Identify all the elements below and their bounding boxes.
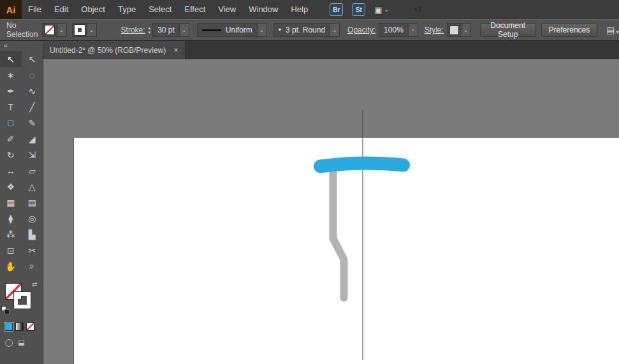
opacity-label[interactable]: Opacity: (347, 25, 375, 34)
chevron-down-icon[interactable]: ⌄ (179, 24, 189, 36)
column-graph-tool[interactable]: ▙ (22, 226, 43, 242)
hand-tool[interactable]: ✋ (0, 258, 22, 274)
canvas[interactable] (43, 59, 619, 364)
workspace-icon: ▣ (374, 5, 382, 15)
menu-help[interactable]: Help (284, 0, 314, 19)
chevron-right-icon[interactable]: › (408, 24, 418, 36)
menubar: Ai File Edit Object Type Select Effect V… (0, 0, 619, 19)
free-transform-tool[interactable]: ▱ (22, 163, 43, 178)
toolbar-tools: ↖ ↖ ∗ ◌ ✒ ∿ T ╱ □ ✎ ✐ ◢ ↻ ⇲ ↔ ▱ ❖ △ ▦ ▤ … (0, 51, 43, 274)
scale-tool[interactable]: ⇲ (22, 147, 43, 163)
menu-object[interactable]: Object (75, 0, 112, 19)
menu-file[interactable]: File (22, 0, 48, 19)
stroke-color-swatch[interactable] (75, 25, 85, 35)
document-tab[interactable]: Untitled-2* @ 50% (RGB/Preview) × (43, 41, 186, 59)
blend-tool[interactable]: ◎ (22, 210, 43, 226)
chevron-down-icon: ⌄ (384, 6, 390, 13)
flyout-icon: ▾ (616, 29, 619, 35)
workspace-switcher[interactable]: ▣ ⌄ (374, 5, 389, 15)
color-mode-buttons (0, 323, 43, 331)
style-combo[interactable]: ⌄ (447, 23, 471, 37)
menu-effect[interactable]: Effect (178, 0, 212, 19)
bridge-icon[interactable]: Br (330, 3, 343, 16)
rotate-tool[interactable]: ↻ (0, 147, 22, 163)
default-fill-stroke-icon[interactable] (1, 306, 10, 315)
width-tool[interactable]: ↔ (0, 163, 22, 178)
draw-modes-icon[interactable]: ◯ (5, 339, 13, 347)
chevron-down-icon[interactable]: ⌄ (87, 24, 96, 36)
zoom-tool[interactable]: ⌕ (22, 258, 43, 274)
color-button[interactable] (4, 323, 13, 331)
arrange-documents-control[interactable]: ▤ ▾ (606, 25, 619, 35)
artboard[interactable] (73, 137, 619, 364)
menu-edit[interactable]: Edit (48, 0, 75, 19)
menu-window[interactable]: Window (242, 0, 284, 19)
stroke-weight-stepper[interactable]: ▴ ▾ (149, 25, 151, 34)
chevron-down-icon[interactable]: ⌄ (257, 24, 266, 36)
selection-tool[interactable]: ↖ (0, 51, 22, 67)
stroke-profile-preview (202, 29, 221, 31)
stroke-weight-combo[interactable]: 30 pt ⌄ (152, 23, 189, 37)
swap-fill-stroke-icon[interactable]: ⇄ (32, 280, 37, 288)
bottom-mode-buttons: ◯ ⬓ (0, 339, 43, 347)
preferences-button[interactable]: Preferences (541, 23, 598, 37)
style-swatch[interactable] (449, 25, 459, 35)
mesh-tool[interactable]: ▦ (0, 194, 22, 210)
style-label[interactable]: Style: (425, 25, 444, 34)
stroke-weight-value[interactable]: 30 pt (153, 25, 179, 34)
chevron-down-icon[interactable]: ⌄ (57, 24, 66, 36)
control-bar: No Selection ⌄ ⌄ Stroke: ▴ ▾ 30 pt ⌄ Uni… (0, 19, 619, 41)
magic-wand-tool[interactable]: ∗ (0, 67, 22, 83)
shaper-tool[interactable]: ✐ (0, 131, 22, 147)
stock-icon[interactable]: St (352, 3, 365, 16)
eyedropper-tool[interactable]: ⧫ (0, 210, 22, 226)
stepper-up-icon[interactable]: ▴ (149, 25, 151, 30)
collapse-panel-icon[interactable]: « (0, 41, 43, 51)
screen-mode-icon[interactable]: ⬓ (18, 339, 24, 347)
curvature-tool[interactable]: ∿ (22, 83, 43, 99)
fill-none-swatch[interactable] (45, 25, 55, 35)
chevron-down-icon[interactable]: ⌄ (330, 24, 339, 36)
lasso-tool[interactable]: ◌ (22, 67, 43, 83)
opacity-value[interactable]: 100% (379, 25, 408, 34)
fill-stroke-indicator: ⇄ (0, 280, 43, 320)
sync-icon[interactable]: ↺ (414, 4, 423, 15)
menu-select[interactable]: Select (142, 0, 178, 19)
type-tool[interactable]: T (0, 99, 22, 115)
rectangle-tool[interactable]: □ (0, 115, 22, 131)
tools-panel: « ↖ ↖ ∗ ◌ ✒ ∿ T ╱ □ ✎ ✐ ◢ ↻ ⇲ ↔ ▱ ❖ △ ▦ … (0, 41, 43, 364)
paintbrush-tool[interactable]: ✎ (22, 115, 43, 131)
artboard-tool[interactable]: ⊡ (0, 242, 22, 258)
tab-title: Untitled-2* @ 50% (RGB/Preview) (50, 46, 166, 55)
eraser-tool[interactable]: ◢ (22, 131, 43, 147)
perspective-grid-tool[interactable]: △ (22, 178, 43, 194)
stroke-profile-combo[interactable]: Uniform ⌄ (197, 23, 267, 37)
stroke-swatch[interactable] (14, 292, 31, 309)
illustrator-logo: Ai (0, 0, 22, 19)
document-setup-button[interactable]: Document Setup (480, 23, 536, 37)
close-icon[interactable]: × (173, 45, 178, 55)
chevron-down-icon[interactable]: ⌄ (461, 24, 470, 36)
slice-tool[interactable]: ✂ (22, 242, 43, 258)
shape-builder-tool[interactable]: ❖ (0, 178, 22, 194)
opacity-combo[interactable]: 100% › (379, 23, 418, 37)
menu-type[interactable]: Type (112, 0, 142, 19)
stroke-label[interactable]: Stroke: (121, 25, 145, 34)
brush-definition-value[interactable]: 3 pt. Round (281, 25, 330, 34)
fill-color-control[interactable]: ⌄ (42, 23, 67, 37)
gradient-tool[interactable]: ▤ (22, 194, 43, 210)
none-button[interactable] (26, 323, 34, 331)
default-stroke-mini (4, 309, 10, 314)
symbol-sprayer-tool[interactable]: ⁂ (0, 226, 22, 242)
stepper-down-icon[interactable]: ▾ (149, 30, 151, 34)
stroke-profile-value[interactable]: Uniform (221, 25, 257, 34)
line-segment-tool[interactable]: ╱ (22, 99, 43, 115)
brush-definition-combo[interactable]: • 3 pt. Round ⌄ (273, 23, 340, 37)
stroke-color-control[interactable]: ⌄ (72, 23, 97, 37)
pen-tool[interactable]: ✒ (0, 83, 22, 99)
document-tab-bar: Untitled-2* @ 50% (RGB/Preview) × (43, 41, 619, 59)
gradient-button[interactable] (15, 323, 24, 331)
direct-selection-tool[interactable]: ↖ (22, 51, 43, 67)
menu-view[interactable]: View (212, 0, 242, 19)
selection-status: No Selection (6, 21, 42, 39)
